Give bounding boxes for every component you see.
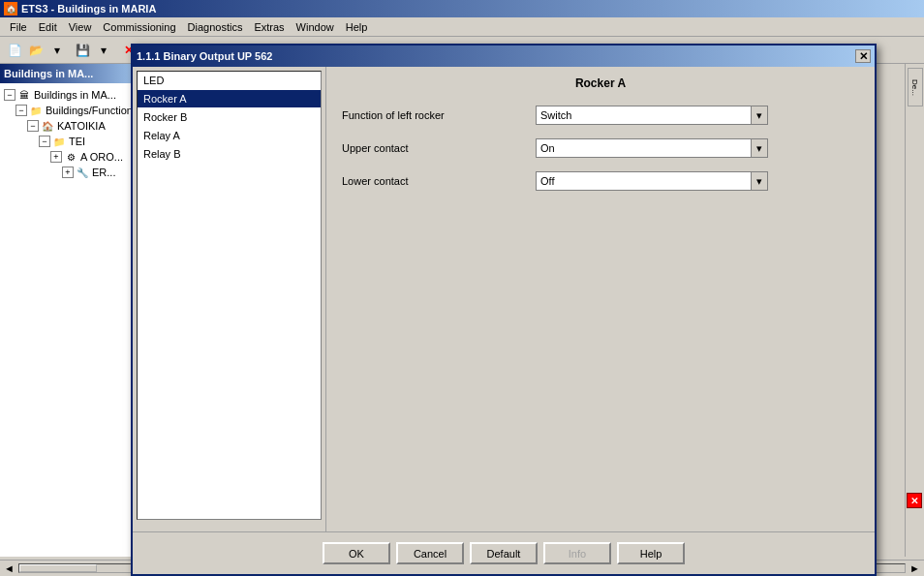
menu-view[interactable]: View: [63, 19, 98, 35]
tree-item-aro[interactable]: + ⚙ A ORO...: [2, 149, 142, 165]
tree-label-er: ER...: [92, 167, 115, 178]
list-item-rocker-b[interactable]: Rocker B: [138, 108, 321, 126]
app-background: 🏠 ETS3 - Buildings in MARIA File Edit Vi…: [0, 0, 924, 576]
field-label-function: Function of left rocker: [342, 109, 536, 121]
tree-item-er[interactable]: + 🔧 ER...: [2, 165, 142, 180]
scroll-right[interactable]: ►: [906, 562, 924, 574]
menubar: File Edit View Commissioning Diagnostics…: [0, 17, 924, 37]
tree-item-functions[interactable]: − 📁 Buildings/Functions...: [2, 103, 142, 118]
tree-expand-buildings[interactable]: −: [4, 89, 15, 101]
menu-edit[interactable]: Edit: [33, 19, 63, 35]
tree-label-katoikia: KATOIKIA: [57, 120, 106, 132]
dialog-list-inner[interactable]: LED Rocker A Rocker B Relay A Relay B: [137, 71, 322, 520]
tree-icon-katoikia: 🏠: [41, 119, 54, 133]
menu-file[interactable]: File: [4, 19, 33, 35]
tree-view: − 🏛 Buildings in MA... − 📁 Buildings/Fun…: [0, 83, 144, 557]
left-panel-title: Buildings in MA...: [0, 64, 144, 83]
left-panel-title-text: Buildings in MA...: [4, 68, 93, 79]
dialog-title: 1.1.1 Binary Output UP 562: [137, 50, 272, 62]
scroll-left[interactable]: ◄: [0, 562, 18, 574]
toolbar-save[interactable]: 💾: [72, 40, 93, 61]
tree-icon-functions: 📁: [29, 104, 43, 117]
dialog-content: LED Rocker A Rocker B Relay A Relay B Ro…: [133, 67, 875, 531]
default-button[interactable]: Default: [470, 542, 538, 564]
left-panel: Buildings in MA... − 🏛 Buildings in MA..…: [0, 64, 145, 557]
tree-icon-buildings: 🏛: [17, 88, 31, 102]
list-item-relay-a[interactable]: Relay A: [138, 127, 321, 144]
list-item-rocker-a[interactable]: Rocker A: [138, 90, 321, 107]
menu-commissioning[interactable]: Commissioning: [97, 19, 181, 35]
field-row-upper: Upper contact On ▾: [342, 138, 859, 158]
list-item-led[interactable]: LED: [138, 72, 321, 89]
function-select[interactable]: Switch ▾: [536, 106, 768, 125]
toolbar-new[interactable]: 📄: [4, 40, 25, 61]
app-titlebar: 🏠 ETS3 - Buildings in MARIA: [0, 0, 924, 17]
field-label-upper: Upper contact: [342, 142, 536, 154]
tree-item-buildings[interactable]: − 🏛 Buildings in MA...: [2, 87, 142, 103]
menu-help[interactable]: Help: [340, 19, 374, 35]
field-row-lower: Lower contact Off ▾: [342, 171, 859, 191]
tree-expand-tei[interactable]: −: [39, 136, 50, 147]
dialog-list: LED Rocker A Rocker B Relay A Relay B: [133, 67, 326, 531]
toolbar-dropdown[interactable]: ▾: [46, 40, 68, 61]
panel-section-title: Rocker A: [342, 76, 859, 90]
toolbar-dropdown2[interactable]: ▾: [93, 40, 114, 61]
lower-contact-select-value: Off: [537, 171, 751, 191]
menu-diagnostics[interactable]: Diagnostics: [182, 19, 249, 35]
tree-expand-er[interactable]: +: [62, 167, 74, 178]
app-title: ETS3 - Buildings in MARIA: [21, 3, 156, 15]
cancel-button[interactable]: Cancel: [396, 542, 464, 564]
dialog-panel: Rocker A Function of left rocker Switch …: [326, 67, 875, 531]
function-select-value: Switch: [537, 106, 751, 125]
upper-contact-select[interactable]: On ▾: [536, 138, 768, 158]
lower-contact-select[interactable]: Off ▾: [536, 171, 768, 191]
tree-label-buildings: Buildings in MA...: [34, 89, 116, 101]
tree-expand-katoikia[interactable]: −: [27, 120, 39, 132]
right-panel-btn1[interactable]: De...: [908, 68, 923, 106]
menu-extras[interactable]: Extras: [248, 19, 290, 35]
toolbar-open[interactable]: 📂: [25, 40, 46, 61]
dialog-close-button[interactable]: ✕: [855, 49, 871, 63]
function-select-arrow[interactable]: ▾: [751, 106, 767, 124]
upper-contact-select-arrow[interactable]: ▾: [751, 139, 767, 157]
tree-item-katoikia[interactable]: − 🏠 KATOIKIA: [2, 118, 142, 134]
dialog-titlebar: 1.1.1 Binary Output UP 562 ✕: [133, 45, 875, 67]
tree-label-tei: TEI: [69, 136, 85, 147]
app-icon: 🏠: [4, 2, 17, 15]
dialog: 1.1.1 Binary Output UP 562 ✕ LED Rocker …: [131, 44, 877, 576]
upper-contact-select-value: On: [537, 138, 751, 158]
tree-expand-aro[interactable]: +: [50, 151, 62, 163]
tree-label-aro: A ORO...: [80, 151, 123, 163]
tree-icon-tei: 📁: [52, 135, 66, 148]
help-button[interactable]: Help: [617, 542, 685, 564]
tree-icon-er: 🔧: [76, 166, 89, 179]
dialog-buttons: OK Cancel Default Info Help: [133, 531, 875, 574]
tree-icon-aro: ⚙: [64, 150, 77, 164]
right-panel-close[interactable]: ✕: [907, 493, 922, 508]
info-button: Info: [543, 542, 611, 564]
menu-window[interactable]: Window: [291, 19, 340, 35]
tree-expand-functions[interactable]: −: [15, 105, 27, 116]
list-item-relay-b[interactable]: Relay B: [138, 145, 321, 163]
field-row-function: Function of left rocker Switch ▾: [342, 106, 859, 125]
tree-item-tei[interactable]: − 📁 TEI: [2, 134, 142, 149]
field-label-lower: Lower contact: [342, 175, 536, 187]
ok-button[interactable]: OK: [323, 542, 390, 564]
lower-contact-select-arrow[interactable]: ▾: [751, 172, 767, 190]
right-mini-panel: De... ✕: [905, 64, 924, 557]
